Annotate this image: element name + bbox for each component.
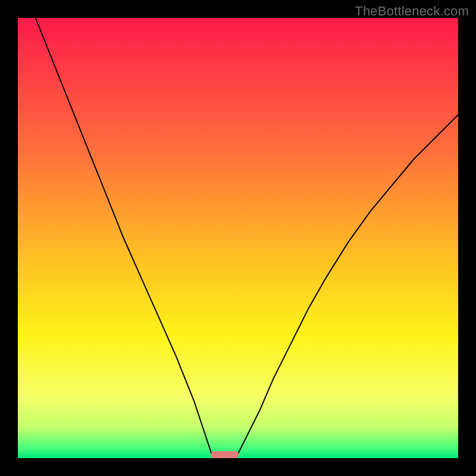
bottom-marker (211, 451, 239, 458)
outer-frame: TheBottleneck.com (0, 0, 476, 476)
watermark-text: TheBottleneck.com (355, 4, 469, 19)
gradient-rect (18, 18, 458, 458)
chart-plot (18, 18, 458, 458)
